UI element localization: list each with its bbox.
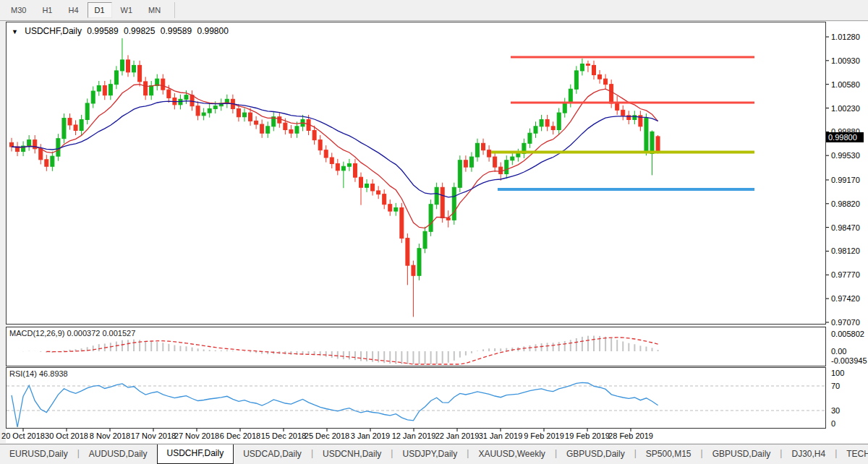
date-axis-label: 22 Jan 2019 — [435, 431, 480, 440]
price-axis-label: 1.00930 — [831, 56, 860, 65]
macd-axis-label: -0.003945 — [831, 356, 867, 365]
price-axis-label: 0.99170 — [831, 176, 860, 184]
rsi-label: RSI(14) 46.8938 — [9, 369, 68, 378]
price-axis-label: 0.98470 — [831, 223, 860, 232]
tab-usdchf-daily[interactable]: USDCHF,Daily — [157, 444, 234, 464]
rsi-axis-label: 70 — [831, 382, 840, 390]
symbol-dropdown-icon[interactable]: ▼ — [12, 28, 18, 35]
price-axis-label: 1.00230 — [831, 104, 860, 113]
date-axis-label: 27 Nov 2018 — [174, 431, 219, 440]
chart-symbol-label: USDCHF,Daily — [25, 26, 82, 36]
date-axis-label: 19 Feb 2019 — [565, 431, 610, 440]
date-axis-label: 9 Feb 2019 — [524, 431, 564, 440]
tab-gbpusd-daily[interactable]: GBPUSD,Daily — [703, 444, 780, 464]
timeframe-button-d1[interactable]: D1 — [88, 2, 112, 18]
date-axis-label: 8 Nov 2018 — [90, 431, 130, 440]
chart-tab-bar: EURUSD,Daily|AUDUSD,DailyUSDCHF,DailyUSD… — [0, 444, 868, 464]
date-axis-label: 15 Dec 2018 — [261, 431, 306, 440]
timeframe-button-mn[interactable]: MN — [141, 2, 168, 18]
price-axis-label: 0.99530 — [831, 151, 860, 160]
ohlc-open: 0.99589 — [87, 26, 118, 36]
chart-title: ▼ USDCHF,Daily 0.99589 0.99825 0.99589 0… — [12, 26, 231, 36]
macd-value-signal: 0.001527 — [102, 329, 135, 338]
macd-label: MACD(12,26,9) 0.000372 0.001527 — [9, 329, 135, 338]
price-axis-label: 0.98120 — [831, 246, 860, 255]
macd-value-main: 0.000372 — [67, 329, 100, 338]
current-price-tag: 0.99800 — [826, 132, 864, 142]
date-axis-label: 3 Jan 2019 — [351, 431, 390, 440]
timeframe-button-w1[interactable]: W1 — [114, 2, 140, 18]
date-axis-label: 17 Nov 2018 — [131, 431, 176, 440]
rsi-panel[interactable] — [6, 367, 826, 429]
ohlc-high: 0.99825 — [124, 26, 155, 36]
date-axis-label: 12 Jan 2019 — [392, 431, 436, 440]
timeframe-button-m30[interactable]: M30 — [4, 2, 33, 18]
macd-axis-label: 0.00 — [831, 347, 846, 356]
timeframe-button-h1[interactable]: H1 — [35, 2, 59, 18]
macd-axis-label: 0.005802 — [831, 330, 864, 338]
date-axis-label: 25 Dec 2018 — [305, 431, 349, 440]
tab-gbpusd-daily[interactable]: GBPUSD,Daily — [557, 444, 634, 464]
price-axis-label: 0.97770 — [831, 270, 860, 279]
price-axis-label: 0.97070 — [831, 318, 860, 327]
tab-eurusd-daily[interactable]: EURUSD,Daily — [0, 444, 77, 464]
price-axis-label: 0.98820 — [831, 199, 860, 208]
tab-dj30-h4[interactable]: DJ30,H4 — [782, 444, 835, 464]
price-axis-label: 0.97420 — [831, 294, 860, 303]
timeframe-button-h4[interactable]: H4 — [61, 2, 85, 18]
date-axis-label: 31 Jan 2019 — [479, 431, 523, 440]
date-axis-label: 30 Oct 2018 — [45, 431, 88, 440]
tab-tech100-i[interactable]: TECH100,I — [837, 444, 868, 464]
timeframe-toolbar: M30H1H4D1W1MN — [0, 0, 868, 21]
rsi-axis-label: 30 — [831, 406, 840, 415]
date-axis-label: 20 Oct 2018 — [1, 431, 45, 440]
rsi-axis-label: 100 — [831, 369, 844, 377]
price-axis-label: 1.00580 — [831, 80, 860, 89]
tab-sp500-m15[interactable]: SP500,M15 — [637, 444, 701, 464]
price-axis-label: 1.01280 — [831, 33, 860, 41]
ohlc-close: 0.99800 — [197, 26, 229, 36]
tab-usdcad-daily[interactable]: USDCAD,Daily — [234, 444, 311, 464]
date-axis-label: 28 Feb 2019 — [608, 431, 653, 440]
tab-audusd-daily[interactable]: AUDUSD,Daily — [80, 444, 157, 464]
toolbar-divider — [174, 2, 175, 18]
rsi-value: 46.8938 — [39, 369, 68, 378]
tab-usdcnh-daily[interactable]: USDCNH,Daily — [313, 444, 391, 464]
tab-xauusd-weekly[interactable]: XAUUSD,Weekly — [469, 444, 554, 464]
rsi-axis-label: 0 — [831, 419, 835, 428]
date-axis-label: 6 Dec 2018 — [220, 431, 260, 440]
tab-usdjpy-daily[interactable]: USDJPY,Daily — [393, 444, 467, 464]
main-chart-panel[interactable] — [6, 22, 826, 325]
ohlc-low: 0.99589 — [161, 26, 192, 36]
